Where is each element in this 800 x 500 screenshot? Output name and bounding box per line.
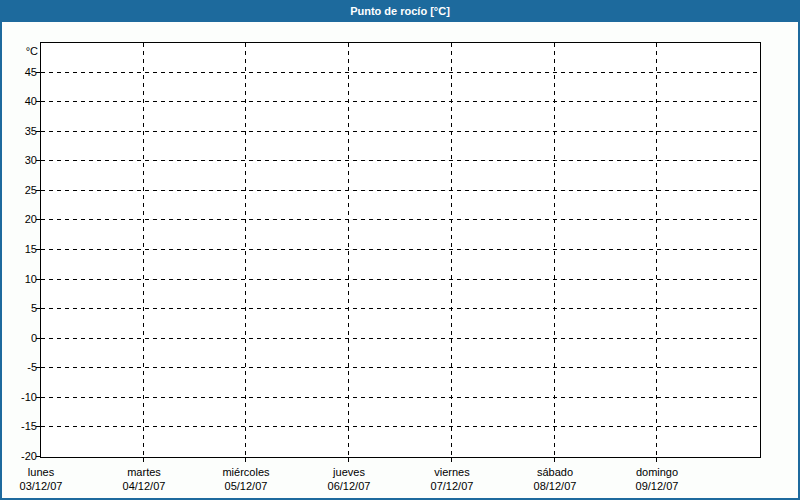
y-gridline: [41, 219, 760, 220]
day-date: 09/12/07: [602, 479, 712, 493]
y-axis-tick-label: 5: [2, 301, 37, 315]
y-gridline: [41, 190, 760, 191]
x-tick-mark: [143, 458, 144, 462]
dew-point-chart-window: Punto de rocío [°C] 454035302520151050-5…: [0, 0, 800, 500]
x-tick-mark: [245, 458, 246, 462]
x-axis-day-label: domingo09/12/07: [602, 465, 712, 493]
x-axis-day-label: viernes07/12/07: [397, 465, 507, 493]
day-name: viernes: [397, 465, 507, 479]
y-gridline: [41, 72, 760, 73]
y-gridline: [41, 397, 760, 398]
x-axis-day-label: jueves06/12/07: [294, 465, 404, 493]
x-tick-mark: [554, 458, 555, 462]
y-axis-tick-label: 10: [2, 272, 37, 286]
y-axis-tick-label: 0: [2, 331, 37, 345]
x-gridline: [656, 43, 657, 457]
day-name: miércoles: [191, 465, 301, 479]
y-gridline: [41, 367, 760, 368]
day-name: sábado: [500, 465, 610, 479]
day-name: jueves: [294, 465, 404, 479]
x-tick-mark: [656, 458, 657, 462]
day-date: 06/12/07: [294, 479, 404, 493]
x-gridline: [348, 43, 349, 457]
y-gridline: [41, 249, 760, 250]
x-gridline: [554, 43, 555, 457]
day-name: lunes: [0, 465, 96, 479]
y-axis-tick-label: -10: [2, 390, 37, 404]
y-gridline: [41, 338, 760, 339]
y-axis-tick-label: -5: [2, 360, 37, 374]
day-name: domingo: [602, 465, 712, 479]
x-tick-mark: [348, 458, 349, 462]
day-date: 07/12/07: [397, 479, 507, 493]
y-axis-tick-label: -20: [2, 449, 37, 463]
y-axis-tick-label: 40: [2, 94, 37, 108]
x-gridline: [143, 43, 144, 457]
y-axis-tick-label: 45: [2, 65, 37, 79]
y-gridline: [41, 308, 760, 309]
y-gridline: [41, 279, 760, 280]
y-gridline: [41, 131, 760, 132]
x-axis-day-label: lunes03/12/07: [0, 465, 96, 493]
x-axis-day-label: sábado08/12/07: [500, 465, 610, 493]
day-name: martes: [89, 465, 199, 479]
y-axis-unit-label: °C: [2, 44, 38, 58]
x-axis-day-label: martes04/12/07: [89, 465, 199, 493]
chart-body: 454035302520151050-5-10-15-20°Clunes03/1…: [2, 22, 798, 498]
day-date: 03/12/07: [0, 479, 96, 493]
day-date: 04/12/07: [89, 479, 199, 493]
chart-title-bar: Punto de rocío [°C]: [2, 2, 798, 22]
y-gridline: [41, 426, 760, 427]
chart-title: Punto de rocío [°C]: [350, 5, 450, 17]
y-axis-tick-label: 15: [2, 242, 37, 256]
x-axis-day-label: miércoles05/12/07: [191, 465, 301, 493]
y-axis-tick-label: 30: [2, 153, 37, 167]
day-date: 08/12/07: [500, 479, 610, 493]
y-axis-tick-label: 25: [2, 183, 37, 197]
x-gridline: [245, 43, 246, 457]
y-gridline: [41, 101, 760, 102]
plot-area: [40, 42, 761, 458]
y-axis-tick-label: -15: [2, 419, 37, 433]
x-gridline: [451, 43, 452, 457]
day-date: 05/12/07: [191, 479, 301, 493]
x-tick-mark: [451, 458, 452, 462]
y-axis-tick-label: 35: [2, 124, 37, 138]
y-axis-tick-label: 20: [2, 212, 37, 226]
y-gridline: [41, 160, 760, 161]
